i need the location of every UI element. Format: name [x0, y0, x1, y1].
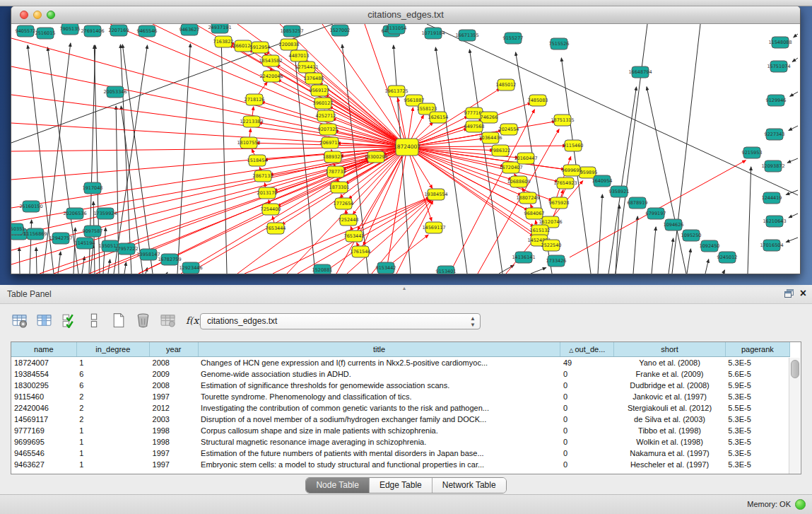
- network-node[interactable]: 9207325: [318, 124, 339, 135]
- network-node[interactable]: 9405572: [16, 25, 36, 37]
- network-node[interactable]: 14569117: [422, 222, 445, 233]
- network-node[interactable]: 16671355: [455, 30, 478, 41]
- network-edge[interactable]: [647, 87, 686, 274]
- network-node[interactable]: 1485012: [496, 79, 517, 90]
- network-node[interactable]: 1873301: [329, 182, 350, 193]
- table-row[interactable]: 1872400712008Changes of HCN gene express…: [11, 357, 790, 369]
- table-row[interactable]: 946554611997Estimation of the future num…: [11, 448, 790, 459]
- table-selector-dropdown[interactable]: citations_edges.txt ▲▼: [200, 313, 481, 329]
- network-edge[interactable]: [789, 126, 798, 131]
- network-edge[interactable]: [687, 249, 690, 274]
- network-node[interactable]: 1772654: [334, 198, 354, 209]
- network-node[interactable]: 17016504: [760, 240, 783, 251]
- network-node[interactable]: 2207169: [109, 25, 129, 36]
- table-panel-titlebar[interactable]: ▴ Table Panel ×: [0, 285, 812, 304]
- rows-icon[interactable]: [84, 310, 102, 329]
- network-edge[interactable]: [58, 252, 61, 274]
- network-edge[interactable]: [598, 194, 602, 274]
- table-column-icon[interactable]: [35, 310, 53, 329]
- network-node[interactable]: 10160447: [514, 153, 537, 164]
- network-node[interactable]: 7163822: [213, 36, 234, 47]
- network-edge[interactable]: [36, 247, 37, 274]
- network-node[interactable]: 1917048: [83, 182, 103, 194]
- column-header-out_degree[interactable]: △out_de...: [560, 342, 614, 357]
- network-edge[interactable]: [312, 71, 407, 147]
- network-node[interactable]: 19384554: [424, 189, 447, 200]
- network-node[interactable]: 7254400: [261, 204, 281, 215]
- network-node[interactable]: 9465546: [137, 25, 158, 37]
- table-row[interactable]: 2242004622012Investigating the contribut…: [11, 402, 790, 414]
- delete-column-icon[interactable]: [134, 310, 152, 329]
- network-node[interactable]: 1733426: [546, 255, 567, 267]
- column-header-year[interactable]: year: [150, 342, 199, 357]
- network-node[interactable]: 2718126: [245, 94, 265, 105]
- network-node[interactable]: 1640954: [592, 175, 613, 187]
- network-edge[interactable]: [790, 92, 798, 96]
- network-node[interactable]: 1761544: [351, 246, 371, 257]
- network-edge[interactable]: [322, 199, 430, 274]
- table-row[interactable]: 969969511998Structural magnetic resonanc…: [11, 436, 790, 448]
- network-node[interactable]: 2867133: [253, 170, 273, 182]
- column-header-name[interactable]: name: [11, 342, 76, 357]
- network-node[interactable]: 15751074: [767, 61, 790, 72]
- network-node[interactable]: 12923446: [179, 262, 202, 274]
- network-node[interactable]: 9684067: [524, 208, 545, 219]
- network-node[interactable]: 7485083: [528, 95, 548, 106]
- tab-network-table[interactable]: Network Table: [433, 478, 506, 493]
- network-node[interactable]: 11156869: [23, 228, 47, 240]
- network-edge[interactable]: [120, 45, 131, 274]
- network-node[interactable]: 9569127: [310, 85, 330, 96]
- network-node[interactable]: 9097587: [83, 226, 103, 237]
- network-canvas[interactable]: 1872400771638228660124591295418543582224…: [11, 24, 799, 274]
- network-node[interactable]: 7515526: [549, 38, 570, 49]
- network-node[interactable]: 18300295: [364, 151, 387, 163]
- network-node[interactable]: 1889323: [323, 151, 343, 163]
- network-node[interactable]: 13958147: [136, 249, 160, 260]
- network-node[interactable]: 4487013: [289, 50, 310, 62]
- network-edge[interactable]: [616, 24, 647, 274]
- close-panel-icon[interactable]: ×: [800, 287, 806, 300]
- network-node[interactable]: 11548088: [768, 37, 792, 48]
- network-node[interactable]: 9153401: [436, 266, 457, 274]
- network-node[interactable]: 7905135: [60, 24, 81, 35]
- network-node[interactable]: 18807249: [516, 192, 539, 204]
- network-node[interactable]: 9245012: [717, 252, 738, 263]
- network-node[interactable]: 1145194: [75, 238, 95, 249]
- column-header-short[interactable]: short: [614, 342, 726, 357]
- table-row[interactable]: 1830029562008Estimation of significance …: [11, 380, 790, 391]
- network-node[interactable]: 5912954: [250, 42, 271, 53]
- panel-resize-grip[interactable]: ▴: [403, 285, 406, 291]
- network-node[interactable]: 8131054: [387, 24, 407, 34]
- network-node[interactable]: 10688609: [507, 176, 530, 187]
- network-edge[interactable]: [11, 147, 407, 151]
- network-edge[interactable]: [19, 247, 20, 274]
- network-node[interactable]: 9699695: [562, 165, 582, 176]
- network-node[interactable]: 2516015: [35, 28, 56, 39]
- network-node[interactable]: 14136141: [512, 252, 535, 263]
- network-node[interactable]: 22420046: [259, 71, 283, 82]
- network-node[interactable]: 7653441: [344, 230, 365, 242]
- network-edge[interactable]: [407, 147, 565, 170]
- network-node[interactable]: 746266: [481, 112, 498, 123]
- network-edge[interactable]: [792, 58, 798, 62]
- network-node[interactable]: 1527002: [330, 25, 351, 36]
- network-edge[interactable]: [608, 87, 637, 274]
- network-edge[interactable]: [531, 268, 546, 274]
- network-node[interactable]: 27691406: [81, 25, 104, 37]
- network-node[interactable]: 1626154: [428, 112, 449, 123]
- citation-network-graph[interactable]: 1872400771638228660124591295418543582224…: [11, 24, 799, 274]
- network-node[interactable]: 9153442: [376, 262, 396, 274]
- network-node[interactable]: 16782759: [158, 254, 181, 265]
- network-edge[interactable]: [114, 45, 148, 274]
- network-node[interactable]: 1244419: [762, 192, 782, 204]
- network-node[interactable]: 4252712: [316, 110, 336, 122]
- network-edge[interactable]: [221, 42, 227, 274]
- network-node[interactable]: 9115460: [563, 140, 584, 151]
- network-node[interactable]: 9155277: [503, 33, 524, 44]
- network-edge[interactable]: [787, 158, 798, 163]
- network-node[interactable]: 3960127: [313, 98, 334, 109]
- network-node[interactable]: 6799197: [646, 208, 666, 219]
- network-node[interactable]: 9675928: [549, 197, 570, 209]
- network-node[interactable]: 10719184: [421, 28, 445, 39]
- network-node[interactable]: 17359924: [93, 208, 117, 219]
